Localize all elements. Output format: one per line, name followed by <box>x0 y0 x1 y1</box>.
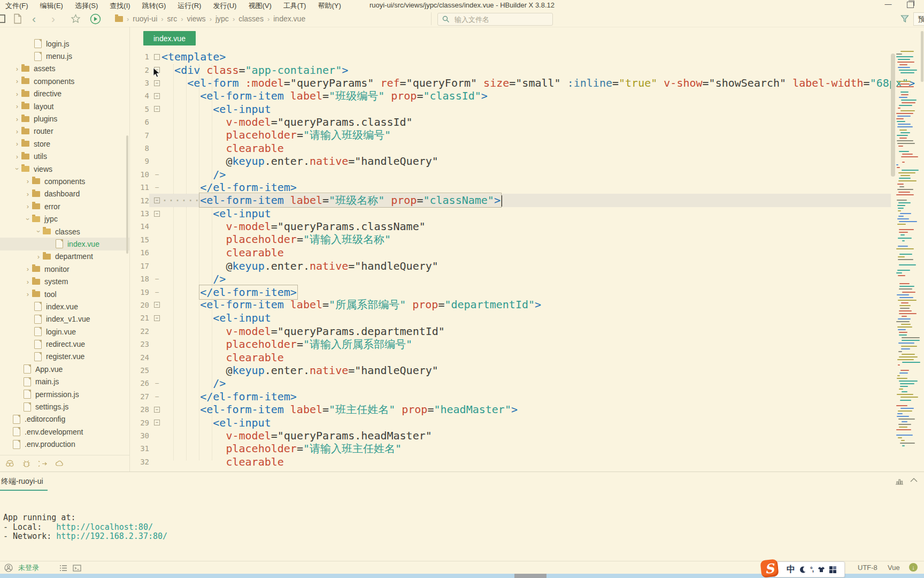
fold-marker[interactable]: – <box>152 393 161 400</box>
code-line-1[interactable]: 1<template> <box>130 50 924 63</box>
chevron-icon[interactable]: › <box>24 215 32 223</box>
menu-item[interactable]: 视图(V) <box>248 1 271 11</box>
chevron-icon[interactable]: › <box>13 65 21 73</box>
tree-item-router[interactable]: ›router <box>0 125 129 138</box>
code-line-2[interactable]: 2 <div class="app-container"> <box>130 63 924 76</box>
tree-item-store[interactable]: ›store <box>0 138 129 150</box>
menu-item[interactable]: 运行(R) <box>178 1 201 11</box>
code-line-24[interactable]: 24 clearable <box>130 351 924 363</box>
chevron-icon[interactable]: › <box>13 77 21 85</box>
tree-item-dashboard[interactable]: ›dashboard <box>0 188 129 200</box>
preview-button[interactable]: 预览 <box>913 12 924 26</box>
tree-item-menu.js[interactable]: menu.js <box>0 50 129 62</box>
menu-item[interactable]: 查找(I) <box>110 1 130 11</box>
code-line-32[interactable]: 32 clearable <box>130 455 924 468</box>
menu-item[interactable]: 编辑(E) <box>40 1 63 11</box>
tree-item-tool[interactable]: ›tool <box>0 288 129 300</box>
minimap[interactable] <box>895 47 920 453</box>
menu-item[interactable]: 帮助(Y) <box>318 1 341 11</box>
back-icon[interactable]: ‹ <box>32 11 36 27</box>
fold-icon[interactable] <box>154 106 160 112</box>
chevron-icon[interactable]: › <box>35 227 43 236</box>
tree-item-main.js[interactable]: main.js <box>0 376 129 388</box>
editor-scrollbar[interactable] <box>891 54 895 177</box>
run-icon[interactable] <box>90 11 101 27</box>
cloud-icon[interactable] <box>55 460 64 468</box>
tree-item-.env.production[interactable]: .env.production <box>0 438 129 451</box>
bookmark-star-icon[interactable] <box>71 11 81 27</box>
fold-marker[interactable]: – <box>152 171 161 178</box>
code-line-30[interactable]: 30 v-model="queryParams.headMaster" <box>130 429 924 442</box>
chevron-icon[interactable]: › <box>24 290 32 298</box>
editor-tab-index-vue[interactable]: index.vue <box>143 31 196 45</box>
search-input[interactable] <box>453 15 530 24</box>
breadcrumb-item-index.vue[interactable]: index.vue <box>273 14 305 23</box>
breadcrumb-item-jypc[interactable]: jypc <box>215 14 229 23</box>
tree-item-error[interactable]: ›error <box>0 200 129 212</box>
panel-toggle-icon[interactable] <box>0 11 5 27</box>
fold-icon[interactable] <box>154 197 160 203</box>
sidebar-scrollbar[interactable] <box>126 135 128 254</box>
fold-marker[interactable] <box>152 315 161 321</box>
tree-item-permission.js[interactable]: permission.js <box>0 388 129 400</box>
code-line-21[interactable]: 21 <el-input <box>130 311 924 324</box>
fold-marker[interactable] <box>152 54 161 60</box>
tree-item-system[interactable]: ›system <box>0 275 129 287</box>
tree-item-classes[interactable]: ›classes <box>0 225 129 238</box>
fold-icon[interactable] <box>154 315 160 321</box>
debug-icon[interactable] <box>22 460 31 468</box>
tree-item-.editorconfig[interactable]: .editorconfig <box>0 413 129 425</box>
breadcrumb-item-ruoyi-ui[interactable]: ruoyi-ui <box>133 14 157 23</box>
code-line-4[interactable]: 4 <el-form-item label="班级编号" prop="class… <box>130 89 924 102</box>
ime-toolbox-icon[interactable] <box>829 566 836 573</box>
tree-item-App.vue[interactable]: App.vue <box>0 363 129 375</box>
fold-icon[interactable] <box>154 211 160 217</box>
code-line-12[interactable]: 12······<el-form-item label="班级名称" prop=… <box>130 194 924 207</box>
chevron-icon[interactable]: › <box>24 177 32 185</box>
breadcrumb-item-views[interactable]: views <box>187 14 206 23</box>
chevron-icon[interactable]: › <box>13 102 21 110</box>
language-mode[interactable]: Vue <box>888 564 900 572</box>
sogou-logo-icon[interactable]: S <box>760 559 779 577</box>
tree-item-.env.development[interactable]: .env.development <box>0 425 129 438</box>
tree-item-assets[interactable]: ›assets <box>0 63 129 75</box>
terminal-stats-icon[interactable] <box>895 477 904 485</box>
tree-item-index.vue[interactable]: index.vue <box>0 300 129 313</box>
code-line-18[interactable]: 18– /> <box>130 272 924 285</box>
fold-marker[interactable] <box>152 420 161 425</box>
new-file-icon[interactable] <box>13 11 22 27</box>
tree-item-plugins[interactable]: ›plugins <box>0 112 129 125</box>
code-line-14[interactable]: 14 v-model="queryParams.className" <box>130 220 924 233</box>
fold-icon[interactable] <box>154 420 160 425</box>
code-line-26[interactable]: 26– /> <box>130 377 924 390</box>
code-line-10[interactable]: 10– /> <box>130 168 924 181</box>
code-line-3[interactable]: 3 <el-form :model="queryParams" ref="que… <box>130 77 924 89</box>
fold-marker[interactable] <box>152 302 161 308</box>
breadcrumb-item-classes[interactable]: classes <box>238 14 264 23</box>
update-icon[interactable]: ↓ <box>909 563 918 572</box>
code-line-31[interactable]: 31 placeholder="请输入班主任姓名" <box>130 442 924 455</box>
fold-marker[interactable]: – <box>152 275 161 283</box>
export-icon[interactable] <box>38 460 48 468</box>
ime-punctuation-icon[interactable]: °, <box>810 566 813 573</box>
fold-marker[interactable] <box>152 211 161 217</box>
tree-item-settings.js[interactable]: settings.js <box>0 400 129 413</box>
tree-item-index.vue[interactable]: index.vue <box>0 238 129 250</box>
menu-item[interactable]: 文件(F) <box>5 1 28 11</box>
forward-icon[interactable]: › <box>51 11 55 27</box>
code-line-7[interactable]: 7 placeholder="请输入班级编号" <box>130 128 924 141</box>
code-line-6[interactable]: 6 v-model="queryParams.classId" <box>130 116 924 128</box>
chevron-icon[interactable]: › <box>13 153 21 161</box>
chevron-icon[interactable]: › <box>13 90 21 98</box>
ime-moon-icon[interactable] <box>799 566 806 573</box>
ime-language-icon[interactable]: 中 <box>787 564 795 575</box>
code-line-17[interactable]: 17 @keyup.enter.native="handleQuery" <box>130 260 924 272</box>
fold-icon[interactable] <box>154 80 160 86</box>
menu-item[interactable]: 跳转(G) <box>142 1 166 11</box>
chevron-icon[interactable]: › <box>13 115 21 123</box>
tree-item-jypc[interactable]: ›jypc <box>0 212 129 225</box>
fold-icon[interactable] <box>154 54 160 60</box>
chevron-icon[interactable]: › <box>13 140 21 148</box>
outline-list-icon[interactable] <box>59 565 67 572</box>
chevron-icon[interactable]: › <box>13 165 21 173</box>
